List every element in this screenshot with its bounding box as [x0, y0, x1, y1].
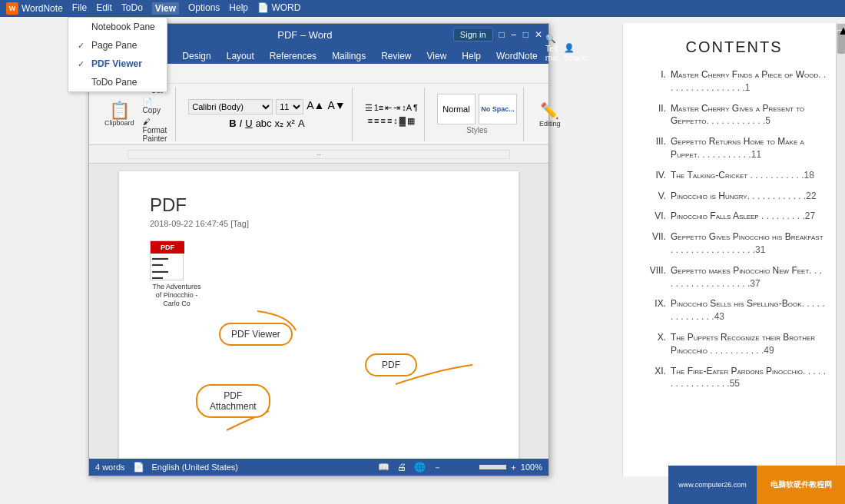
toc-num-8: VIII.	[641, 264, 666, 290]
decrease-font-button[interactable]: A▼	[327, 99, 345, 114]
toc-item: II. Master Cherry Gives a Present to Gep…	[641, 102, 827, 128]
font-selector[interactable]: Calibri (Body)	[188, 99, 273, 114]
border-button[interactable]: ▦	[407, 116, 415, 126]
page-pane-label: Page Pane	[91, 40, 137, 51]
toc-text-7: Geppetto Gives Pinocchio his Breakfast .…	[671, 230, 827, 257]
font-size-selector[interactable]: 11	[276, 99, 303, 114]
watermark-url: www.computer26.com	[678, 481, 747, 489]
toc-text-1: Master Cherry Finds a Piece of Wood. . .…	[671, 68, 827, 94]
menu-file[interactable]: File	[72, 2, 87, 15]
bullets-button[interactable]: ☰	[365, 103, 373, 113]
notebook-pane-label: Notebook Pane	[91, 22, 155, 32]
no-spacing-style[interactable]: No Spac...	[479, 94, 517, 124]
zoom-slider[interactable]	[445, 465, 506, 469]
indent-decrease-button[interactable]: ⇤	[385, 103, 392, 113]
share-button[interactable]: 👤 Share	[564, 43, 586, 62]
sign-in-button[interactable]: Sign in	[453, 28, 493, 41]
pdf-attachment-area: PDF ▬▬▬▬▬▬▬▬▬▬ The Adventures of Pinocch…	[150, 240, 488, 307]
pdf-file-icon: PDF ▬▬▬▬▬▬▬▬▬▬ The Adventures of Pinocch…	[150, 240, 204, 307]
callout-container: PDF Viewer PDFAttachment PDF	[150, 307, 488, 461]
menu-options[interactable]: Options	[188, 2, 220, 15]
tab-help[interactable]: Help	[454, 48, 489, 64]
menu-word[interactable]: 📄 WORD	[257, 2, 300, 15]
ruler: ↔	[89, 145, 548, 164]
menu-todo[interactable]: ToDo	[121, 2, 143, 15]
editing-label: Editing	[539, 120, 561, 128]
toc-num-10: X.	[641, 331, 666, 357]
watermark: 电脑软硬件教程网 www.computer26.com	[668, 466, 845, 504]
paste-icon: 📋	[109, 102, 130, 119]
bold-button[interactable]: B	[229, 118, 236, 129]
format-painter-button[interactable]: 🖌 Format Painter	[141, 117, 170, 144]
tell-me-box[interactable]: 🔍 Tell me	[545, 34, 558, 62]
tab-design[interactable]: Design	[174, 48, 218, 64]
toc-item: IX. Pinocchio Sells his Spelling-Book. .…	[641, 297, 827, 323]
italic-button[interactable]: I	[240, 118, 243, 129]
read-mode-icon[interactable]: 📖	[378, 462, 389, 472]
dropdown-item-page-pane[interactable]: ✓ Page Pane	[68, 36, 167, 55]
tab-references[interactable]: References	[262, 48, 324, 64]
word-minimize-icon[interactable]: ‒	[511, 29, 517, 40]
align-right-button[interactable]: ≡	[381, 116, 386, 126]
word-close-icon[interactable]: ✕	[535, 29, 542, 40]
align-left-button[interactable]: ≡	[368, 116, 373, 126]
word-count: 4 words	[95, 463, 125, 472]
sort-button[interactable]: ↕A	[402, 103, 412, 113]
numbered-list-button[interactable]: 1≡	[374, 103, 384, 113]
tab-view[interactable]: View	[419, 48, 455, 64]
web-layout-icon[interactable]: 🌐	[414, 462, 426, 472]
justify-button[interactable]: ≡	[387, 116, 392, 126]
document-date: 2018-09-22 16:47:45 [Tag]	[150, 219, 488, 228]
subscript-button[interactable]: x₂	[275, 118, 284, 129]
toc-item: I. Master Cherry Finds a Piece of Wood. …	[641, 68, 827, 94]
watermark-blue: www.computer26.com	[668, 466, 757, 504]
superscript-button[interactable]: x²	[287, 118, 295, 129]
dropdown-item-notebook-pane[interactable]: Notebook Pane	[68, 18, 167, 36]
contents-title: CONTENTS	[641, 38, 827, 56]
zoom-out-button[interactable]: －	[433, 462, 442, 473]
tab-review[interactable]: Review	[373, 48, 419, 64]
zoom-in-button[interactable]: ＋	[509, 462, 518, 473]
toc-item: XI. The Fire-Eater Pardons Pinocchio. . …	[641, 365, 827, 391]
font-color-button[interactable]: A	[298, 118, 305, 129]
editing-button[interactable]: ✏️ Editing	[536, 100, 564, 129]
page-view-icon[interactable]: 📄	[133, 462, 144, 472]
normal-style[interactable]: Normal	[437, 94, 476, 124]
show-marks-button[interactable]: ¶	[413, 103, 418, 113]
toc-item: VII. Geppetto Gives Pinocchio his Breakf…	[641, 230, 827, 257]
copy-button[interactable]: 📄 Copy	[141, 97, 170, 115]
word-maximize-icon[interactable]: □	[523, 29, 529, 40]
menu-help[interactable]: Help	[229, 2, 248, 15]
tab-wordnote[interactable]: WordNote	[489, 48, 545, 64]
tab-layout[interactable]: Layout	[219, 48, 262, 64]
menu-edit[interactable]: Edit	[96, 2, 112, 15]
underline-button[interactable]: U	[245, 118, 252, 129]
print-layout-icon[interactable]: 🖨	[397, 462, 406, 472]
scroll-up-arrow[interactable]: ▲	[837, 24, 845, 30]
word-restore-icon[interactable]: □	[499, 29, 505, 40]
paste-button[interactable]: 📋 Clipboard	[101, 101, 138, 128]
line-spacing-button[interactable]: ↕	[393, 116, 398, 126]
strikethrough-button[interactable]: abc	[256, 118, 272, 129]
editing-icon: ✏️	[540, 101, 559, 120]
toc-text-2: Master Cherry Gives a Present to Geppett…	[671, 102, 827, 128]
toc-num-4: IV.	[641, 169, 666, 182]
align-center-button[interactable]: ≡	[374, 116, 379, 126]
dropdown-item-pdf-viewer[interactable]: ✓ PDF Viewer	[68, 55, 167, 73]
right-scrollbar[interactable]: ▲ ▼	[836, 23, 845, 476]
pdf-banner: PDF	[151, 241, 184, 254]
toc-num-3: III.	[641, 135, 666, 161]
watermark-text-cn: 电脑软硬件教程网	[770, 479, 832, 490]
dropdown-item-todo-pane[interactable]: ToDo Pane	[68, 73, 167, 91]
tab-mailings[interactable]: Mailings	[324, 48, 373, 64]
menu-view[interactable]: View	[152, 2, 179, 15]
clipboard-group: 📋 Clipboard ✂ Cut 📄 Copy 🖌 Format Painte…	[95, 88, 176, 141]
toc-item: VIII. Geppetto makes Pinocchio New Feet.…	[641, 264, 827, 290]
indent-increase-button[interactable]: ⇥	[393, 103, 400, 113]
toc-item: IV. The Talking-Cricket . . . . . . . . …	[641, 169, 827, 182]
paste-label: Clipboard	[104, 119, 134, 127]
pdf-viewer-label: PDF Viewer	[91, 58, 142, 69]
increase-font-button[interactable]: A▲	[307, 99, 324, 114]
check-pdf-viewer: ✓	[78, 59, 87, 69]
shading-button[interactable]: ▓	[399, 116, 406, 126]
